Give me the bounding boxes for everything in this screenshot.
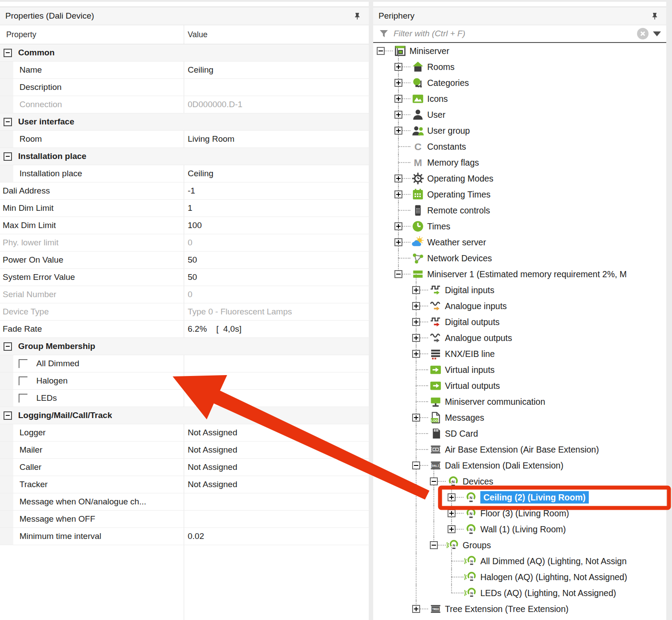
tree-item-label[interactable]: Miniserver communication (445, 395, 545, 408)
collapse-icon[interactable] (430, 541, 438, 549)
tree-item-analogue-inputs[interactable]: Analogue inputs (373, 298, 666, 314)
tree-item-label[interactable]: Tree Extension (Tree Extension) (445, 603, 568, 615)
tree-item-label[interactable]: User group (427, 124, 470, 137)
tree-item-label[interactable]: All Dimmed (AQ) (Lighting, Not Assign (480, 555, 627, 567)
collapse-icon[interactable] (430, 477, 438, 485)
tree-item-digital-inputs[interactable]: Digital inputs (373, 282, 666, 298)
tree-item-label[interactable]: Weather server (427, 236, 486, 248)
tree-item-dali-extension-dali-extension[interactable]: DALIDali Extension (Dali Extension) (373, 457, 666, 473)
tree-item-network-devices[interactable]: Network Devices (373, 250, 666, 266)
property-row[interactable]: NameCeiling (0, 62, 369, 79)
property-row[interactable]: Min Dim Limit1 (0, 200, 369, 217)
tree-item-user-group[interactable]: User group (373, 123, 666, 139)
filter-input[interactable]: Filter with (Ctrl + F) (389, 29, 637, 39)
expand-icon[interactable] (412, 334, 420, 342)
property-value[interactable]: 100 (188, 221, 367, 230)
tree-item-sd-card[interactable]: SD Card (373, 426, 666, 442)
property-row[interactable]: Description (0, 79, 369, 96)
expand-icon[interactable] (448, 493, 456, 501)
collapse-icon[interactable] (377, 47, 385, 55)
tree-item-label[interactable]: Analogue outputs (445, 332, 512, 344)
tree-item-rooms[interactable]: Rooms (373, 59, 666, 75)
tree-item-tree-extension-tree-extension[interactable]: TREETree Extension (Tree Extension) (373, 601, 666, 617)
group-checkbox[interactable] (19, 376, 27, 385)
property-section-row[interactable]: Common (0, 44, 369, 62)
collapse-icon[interactable] (4, 118, 12, 126)
tree-item-leds-aq-lighting-not-assigned[interactable]: NLEDs (AQ) (Lighting, Not Assigned) (373, 585, 666, 601)
tree-item-label[interactable]: Virtual outputs (445, 380, 500, 392)
property-value[interactable]: 6.2% [ 4,0s] (188, 324, 367, 334)
property-value[interactable]: Ceiling (188, 65, 367, 75)
property-row[interactable]: Max Dim Limit100 (0, 217, 369, 234)
tree-item-label[interactable]: Groups (463, 539, 491, 551)
tree-item-label[interactable]: SD Card (445, 427, 478, 440)
property-row[interactable]: Power On Value50 (0, 252, 369, 269)
collapse-icon[interactable] (4, 49, 12, 57)
tree-item-times[interactable]: Times (373, 218, 666, 234)
tree-item-label[interactable]: Constants (427, 140, 466, 153)
expand-icon[interactable] (448, 509, 456, 517)
tree-item-label[interactable]: KNX/EIB line (445, 348, 495, 360)
expand-icon[interactable] (394, 111, 402, 119)
collapse-icon[interactable] (4, 152, 12, 161)
expand-icon[interactable] (412, 318, 420, 326)
tree-item-label[interactable]: Floor (3) (Living Room) (480, 507, 569, 519)
property-section-row[interactable]: Logging/Mail/Call/Track (0, 407, 369, 424)
tree-item-wall-1-living-room[interactable]: NWall (1) (Living Room) (373, 521, 666, 537)
tree-item-analogue-outputs[interactable]: Analogue outputs (373, 330, 666, 346)
property-section-row[interactable]: Group Membership (0, 338, 369, 355)
tree-item-miniserver-communication[interactable]: Miniserver communication (373, 394, 666, 410)
property-value[interactable]: Not Assigned (188, 480, 367, 489)
tree-item-label[interactable]: Categories (427, 77, 469, 89)
property-row[interactable]: Fade Rate6.2% [ 4,0s] (0, 321, 369, 338)
property-row[interactable]: RoomLiving Room (0, 131, 369, 148)
property-row[interactable]: Connection0D000000.D-1 (0, 96, 369, 113)
expand-icon[interactable] (394, 63, 402, 71)
group-checkbox[interactable] (19, 359, 27, 368)
property-value[interactable]: Not Assigned (188, 445, 367, 455)
tree-item-constants[interactable]: CConstants (373, 139, 666, 155)
tree-item-label[interactable]: Wall (1) (Living Room) (480, 523, 566, 535)
tree-item-weather-server[interactable]: Weather server (373, 234, 666, 250)
tree-item-remote-controls[interactable]: Remote controls (373, 202, 666, 218)
collapse-icon[interactable] (4, 342, 12, 351)
pin-icon[interactable] (353, 12, 362, 20)
tree-item-label[interactable]: Devices (463, 475, 493, 488)
expand-icon[interactable] (412, 286, 420, 294)
tree-item-label[interactable]: Dali Extension (Dali Extension) (445, 459, 564, 472)
tree-item-operating-times[interactable]: Operating Times (373, 186, 666, 202)
expand-icon[interactable] (394, 190, 402, 198)
tree-item-label[interactable]: Rooms (427, 61, 455, 73)
tree-item-label[interactable]: Digital outputs (445, 316, 500, 328)
property-row[interactable]: Dali Address-1 (0, 182, 369, 200)
group-checkbox[interactable] (19, 394, 27, 403)
tree-item-label[interactable]: Air Base Extension (Air Base Extension) (445, 443, 599, 456)
tree-item-categories[interactable]: Categories (373, 75, 666, 91)
collapse-icon[interactable] (412, 461, 420, 469)
value-column-header[interactable]: Value (184, 30, 208, 39)
tree-item-label[interactable]: Halogen (AQ) (Lighting, Not Assigned) (480, 571, 627, 583)
tree-item-miniserver[interactable]: Miniserver (373, 43, 666, 59)
expand-icon[interactable] (412, 350, 420, 358)
tree-item-virtual-outputs[interactable]: Virtual outputs (373, 378, 666, 394)
property-value[interactable]: Not Assigned (188, 428, 367, 438)
tree-item-label[interactable]: Ceiling (2) (Living Room) (480, 491, 589, 504)
tree-item-label[interactable]: Icons (427, 93, 448, 105)
expand-icon[interactable] (394, 222, 402, 230)
property-row[interactable]: Minimum time interval0.02 (0, 528, 369, 545)
tree-item-miniserver-1-estimated-memory-[interactable]: Miniserver 1 (Estimated memory requireme… (373, 266, 666, 282)
property-row[interactable]: All Dimmed (0, 355, 369, 372)
collapse-icon[interactable] (4, 411, 12, 420)
property-row[interactable]: MailerNot Assigned (0, 442, 369, 459)
tree-item-label[interactable]: Messages (445, 411, 484, 424)
property-row[interactable]: Phy. lower limit0 (0, 234, 369, 252)
property-row[interactable]: Device TypeType 0 - Fluorescent Lamps (0, 303, 369, 321)
tree-item-label[interactable]: Miniserver 1 (Estimated memory requireme… (427, 268, 627, 280)
tree-item-label[interactable]: Miniserver (409, 45, 449, 57)
property-row[interactable]: TrackerNot Assigned (0, 476, 369, 493)
property-value[interactable]: 0D000000.D-1 (188, 100, 367, 109)
property-section-row[interactable]: Installation place (0, 148, 369, 165)
tree-item-virtual-inputs[interactable]: Virtual inputs (373, 362, 666, 378)
property-row[interactable]: CallerNot Assigned (0, 459, 369, 476)
property-row[interactable]: LoggerNot Assigned (0, 424, 369, 442)
